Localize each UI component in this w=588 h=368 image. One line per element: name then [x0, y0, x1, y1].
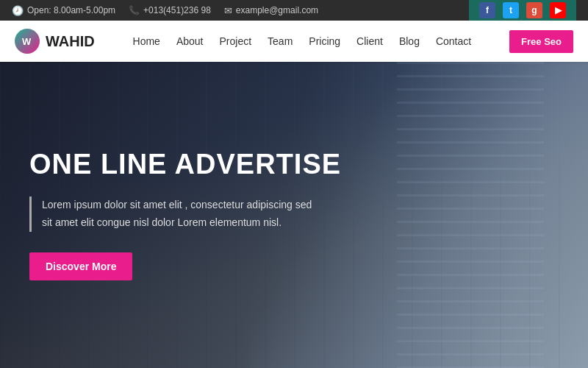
nav-link-blog[interactable]: Blog — [399, 35, 420, 47]
email-icon — [224, 5, 232, 16]
logo-text: WAHID — [46, 33, 95, 50]
discover-more-button[interactable]: Discover More — [29, 252, 132, 280]
clock-icon — [12, 5, 24, 16]
youtube-icon[interactable]: ▶ — [550, 2, 566, 18]
nav-item-blog[interactable]: Blog — [399, 35, 420, 48]
phone-icon — [129, 5, 140, 15]
email-info: example@gmail.com — [224, 5, 318, 16]
open-hours-text: Open: 8.00am-5.00pm — [27, 5, 115, 15]
nav-link-about[interactable]: About — [176, 35, 204, 47]
hero-content: ONE LINE ADVERTISE Lorem ipsum dolor sit… — [0, 149, 370, 280]
nav-link-client[interactable]: Client — [356, 35, 383, 47]
nav-item-about[interactable]: About — [176, 35, 204, 48]
nav-link-team[interactable]: Team — [268, 35, 293, 47]
hero-section: ONE LINE ADVERTISE Lorem ipsum dolor sit… — [0, 62, 588, 368]
logo[interactable]: W WAHID — [15, 29, 95, 54]
nav-link-contact[interactable]: Contact — [436, 35, 471, 47]
nav-links: Home About Project Team Pricing Client B… — [133, 35, 472, 48]
facebook-icon[interactable]: f — [479, 2, 495, 18]
free-seo-button[interactable]: Free Seo — [509, 30, 573, 53]
svg-text:W: W — [22, 36, 32, 47]
phone-info: +013(451)236 98 — [129, 5, 211, 15]
googleplus-icon[interactable]: g — [526, 2, 542, 18]
nav-link-project[interactable]: Project — [220, 35, 252, 47]
hero-title: ONE LINE ADVERTISE — [29, 149, 341, 180]
nav-link-pricing[interactable]: Pricing — [309, 35, 340, 47]
navbar: W WAHID Home About Project Team Pricing … — [0, 21, 588, 62]
open-hours: Open: 8.00am-5.00pm — [12, 5, 115, 16]
nav-item-pricing[interactable]: Pricing — [309, 35, 340, 48]
hero-description: Lorem ipsum dolor sit amet elit , consec… — [42, 197, 341, 232]
hero-description-block: Lorem ipsum dolor sit amet elit , consec… — [29, 197, 341, 232]
logo-icon: W — [15, 29, 40, 54]
hero-description-line2: sit amet elit congue nisl dolor Lorem el… — [42, 216, 282, 228]
hero-description-line1: Lorem ipsum dolor sit amet elit , consec… — [42, 199, 312, 210]
nav-item-contact[interactable]: Contact — [436, 35, 471, 48]
top-bar-info: Open: 8.00am-5.00pm +013(451)236 98 exam… — [12, 5, 318, 16]
nav-item-team[interactable]: Team — [268, 35, 293, 48]
email-text: example@gmail.com — [236, 5, 318, 15]
hero-streaks — [397, 62, 544, 368]
twitter-icon[interactable]: t — [503, 2, 519, 18]
top-bar-social: f t g ▶ — [469, 0, 576, 21]
phone-text: +013(451)236 98 — [143, 5, 211, 15]
nav-item-home[interactable]: Home — [133, 35, 160, 48]
nav-item-client[interactable]: Client — [356, 35, 383, 48]
top-bar: Open: 8.00am-5.00pm +013(451)236 98 exam… — [0, 0, 588, 21]
nav-item-project[interactable]: Project — [220, 35, 252, 48]
nav-link-home[interactable]: Home — [133, 35, 160, 47]
